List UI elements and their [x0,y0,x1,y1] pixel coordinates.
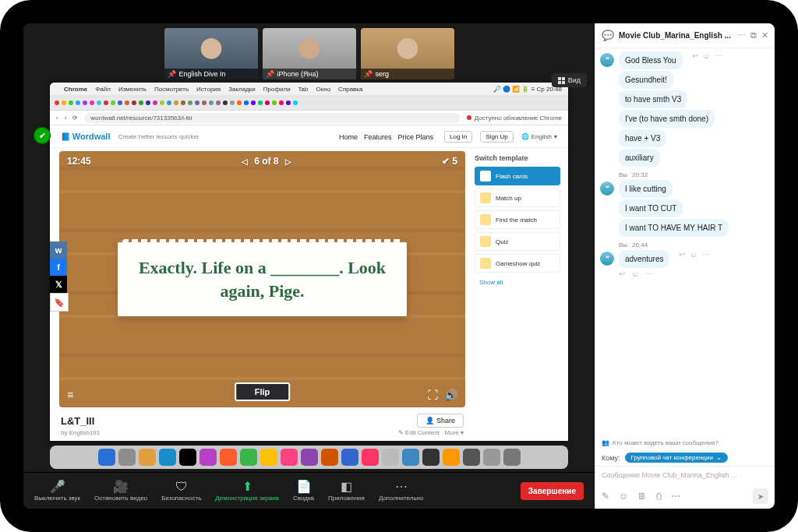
tab-favicon[interactable] [265,100,270,105]
dock-app[interactable] [220,449,237,466]
x-icon[interactable]: 𝕏 [50,276,67,293]
dock-app[interactable] [382,449,399,466]
tab-favicon[interactable] [188,100,192,105]
stop-video-button[interactable]: 🎥Остановить видео [94,481,147,502]
menu-item[interactable]: История [196,86,221,93]
video-tile[interactable]: 📌iPhone (Яна) [263,28,356,79]
tab-favicon[interactable] [97,100,101,105]
chat-message[interactable]: ❝have + V3 [600,129,768,147]
chat-message[interactable]: ❝to have smth V3 [600,90,768,108]
tab-favicon[interactable] [146,100,150,105]
tab-favicon[interactable] [272,100,277,105]
volume-icon[interactable]: 🔊 [444,389,457,401]
chat-close-icon[interactable]: ✕ [761,30,768,41]
tab-favicon[interactable] [160,100,164,105]
more-link[interactable]: More ▾ [445,429,464,436]
dock-app[interactable] [422,449,440,466]
dock-app[interactable] [98,449,115,466]
chat-message[interactable]: ❝auxiliary [600,149,768,167]
menu-icon[interactable]: ≡ [67,389,73,401]
menu-item[interactable]: Закладки [228,86,256,93]
tab-favicon[interactable] [251,100,256,105]
chat-message[interactable]: ❝God Bless You↩ ☺ ⋯ [600,51,768,69]
tab-favicon[interactable] [237,100,242,105]
more-button[interactable]: ⋯Дополнительно [379,481,424,502]
show-all-link[interactable]: Show all [475,276,560,289]
tab-favicon[interactable] [293,100,298,105]
chrome-update-pill[interactable]: Доступно обновление Chrome [467,115,562,122]
tab-favicon[interactable] [111,100,115,105]
dock-app[interactable] [402,449,419,466]
send-button[interactable]: ➤ [753,488,768,504]
share-screen-button[interactable]: ⬆Демонстрация экрана [215,481,279,502]
vk-icon[interactable]: w [50,241,67,259]
tab-favicon[interactable] [153,100,157,105]
tab-favicon[interactable] [181,100,185,105]
tab-favicon[interactable] [118,100,122,105]
tab-favicon[interactable] [125,100,129,105]
dock-app[interactable] [503,449,521,466]
react-icon[interactable]: ☺ [631,270,639,278]
react-icon[interactable]: ☺ [690,250,697,259]
mute-button[interactable]: 🎤Выключить звук [34,481,80,502]
dock-app[interactable] [443,449,460,466]
tab-favicon[interactable] [76,100,80,105]
chat-message[interactable]: ❝Gesundheit! [600,71,768,89]
signup-button[interactable]: Sign Up [480,131,513,143]
tab-favicon[interactable] [209,100,214,105]
tab-favicon[interactable] [230,100,235,105]
dock-app[interactable] [281,449,298,466]
dock-app[interactable] [463,449,480,466]
flashcard-stage[interactable]: 12:45 ◁6 of 8▷ ✔ 5 Exactly. Life on a __… [59,151,465,407]
dock-app[interactable] [483,449,500,466]
bookmark-icon[interactable]: 🔖 [50,293,69,312]
tab-favicon[interactable] [55,100,59,105]
template-option[interactable]: Match up [475,188,560,207]
wordwall-logo[interactable]: Wordwall [61,132,110,141]
dock-app[interactable] [240,449,257,466]
template-option[interactable]: Quiz [475,232,560,251]
tab-favicon[interactable] [132,100,136,105]
chat-message[interactable]: ❝I want TO CUT [600,199,768,217]
reply-icon[interactable]: ↩ [692,51,698,60]
menu-item[interactable]: Chrome [64,86,87,93]
video-tile[interactable]: 📌English Dive In [164,28,258,79]
react-icon[interactable]: ☺ [702,51,710,60]
menubar-status[interactable]: 🔎 🔵 📶 🔋 ≡ Ср 20:48 [493,86,562,93]
dock-app[interactable] [341,449,358,466]
emoji-icon[interactable]: ☺ [619,491,628,502]
dock-app[interactable] [260,449,277,466]
format-icon[interactable]: ✎ [602,491,609,502]
dock-app[interactable] [139,449,156,466]
menu-item[interactable]: Посмотреть [154,86,189,93]
visibility-hint[interactable]: 👥Кто может видеть ваши сообщения? [595,436,775,449]
dock-app[interactable] [301,449,318,466]
flash-card[interactable]: Exactly. Life on a ________. Look again,… [118,242,408,316]
dock-app[interactable] [362,449,379,466]
end-meeting-button[interactable]: Завершение [521,482,584,500]
chat-message[interactable]: ❝I want TO HAVE MY HAIR T [600,219,768,237]
chat-message[interactable]: ❝I've (to have smth done) [600,110,768,128]
chat-more-icon[interactable]: ⋯ [737,30,746,41]
reply-icon[interactable]: ↩ [619,270,625,278]
apps-button[interactable]: ◧Приложения [328,481,365,502]
dots-icon[interactable]: ⋯ [671,491,680,502]
facebook-icon[interactable]: f [50,259,67,276]
menu-item[interactable]: Окно [316,86,331,93]
msg-more-icon[interactable]: ⋯ [645,270,653,278]
nav-link[interactable]: Home [339,133,358,141]
file-icon[interactable]: 🗎 [637,491,647,502]
lang-picker[interactable]: 🌐 English ▾ [521,133,557,140]
back-icon[interactable]: ‹ [56,115,58,122]
tab-favicon[interactable] [244,100,249,105]
menu-item[interactable]: Tab [298,86,309,93]
reply-icon[interactable]: ↩ [679,250,685,259]
menu-item[interactable]: Изменить [118,86,147,93]
nav-link[interactable]: Price Plans [398,133,434,141]
tab-favicon[interactable] [83,100,87,105]
menu-item[interactable]: Справка [338,86,362,93]
screenshot-icon[interactable]: ⎙ [656,491,662,502]
compose-input[interactable]: Сообщение Movie Club_Marina_English ... [595,466,775,484]
msg-more-icon[interactable]: ⋯ [715,51,722,60]
fwd-icon[interactable]: › [65,115,67,122]
